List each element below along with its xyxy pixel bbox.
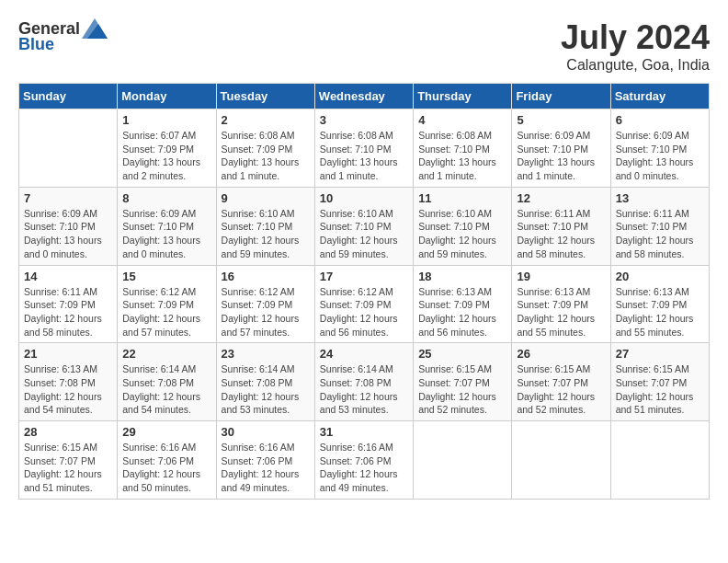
- day-number: 21: [24, 347, 112, 361]
- day-cell: 1Sunrise: 6:07 AMSunset: 7:09 PMDaylight…: [118, 109, 216, 188]
- day-cell: 21Sunrise: 6:13 AMSunset: 7:08 PMDayligh…: [19, 343, 118, 421]
- weekday-header-thursday: Thursday: [414, 84, 512, 109]
- day-cell: 12Sunrise: 6:11 AMSunset: 7:10 PMDayligh…: [512, 187, 610, 265]
- day-info: Sunrise: 6:09 AMSunset: 7:10 PMDaylight:…: [517, 129, 605, 183]
- day-info: Sunrise: 6:13 AMSunset: 7:08 PMDaylight:…: [24, 362, 112, 417]
- day-cell: 17Sunrise: 6:12 AMSunset: 7:09 PMDayligh…: [314, 265, 413, 343]
- day-number: 24: [320, 347, 408, 361]
- day-number: 5: [517, 113, 605, 127]
- day-info: Sunrise: 6:12 AMSunset: 7:09 PMDaylight:…: [320, 285, 408, 339]
- day-number: 2: [222, 113, 310, 127]
- day-cell: 16Sunrise: 6:12 AMSunset: 7:09 PMDayligh…: [216, 265, 314, 343]
- day-info: Sunrise: 6:12 AMSunset: 7:09 PMDaylight:…: [122, 285, 210, 339]
- day-info: Sunrise: 6:14 AMSunset: 7:08 PMDaylight:…: [222, 362, 310, 417]
- week-row-5: 28Sunrise: 6:15 AMSunset: 7:07 PMDayligh…: [19, 421, 710, 500]
- day-cell: 14Sunrise: 6:11 AMSunset: 7:09 PMDayligh…: [19, 265, 118, 343]
- day-cell: 13Sunrise: 6:11 AMSunset: 7:10 PMDayligh…: [610, 187, 709, 265]
- day-info: Sunrise: 6:13 AMSunset: 7:09 PMDaylight:…: [418, 285, 506, 339]
- day-number: 26: [517, 347, 605, 361]
- day-cell: 25Sunrise: 6:15 AMSunset: 7:07 PMDayligh…: [414, 343, 512, 421]
- day-number: 29: [122, 425, 210, 439]
- day-number: 11: [418, 191, 506, 205]
- logo: General Blue: [18, 18, 108, 54]
- weekday-header-wednesday: Wednesday: [314, 84, 413, 109]
- day-info: Sunrise: 6:10 AMSunset: 7:10 PMDaylight:…: [222, 207, 310, 261]
- day-number: 14: [24, 270, 112, 283]
- day-cell: 8Sunrise: 6:09 AMSunset: 7:10 PMDaylight…: [118, 187, 216, 265]
- calendar-body: 1Sunrise: 6:07 AMSunset: 7:09 PMDaylight…: [19, 109, 710, 500]
- week-row-4: 21Sunrise: 6:13 AMSunset: 7:08 PMDayligh…: [19, 343, 710, 421]
- day-info: Sunrise: 6:14 AMSunset: 7:08 PMDaylight:…: [122, 362, 210, 417]
- day-cell: [610, 421, 709, 500]
- day-info: Sunrise: 6:09 AMSunset: 7:10 PMDaylight:…: [122, 207, 210, 261]
- day-info: Sunrise: 6:08 AMSunset: 7:10 PMDaylight:…: [418, 129, 506, 183]
- month-year: July 2024: [561, 18, 710, 57]
- day-number: 23: [222, 347, 310, 361]
- day-info: Sunrise: 6:11 AMSunset: 7:10 PMDaylight:…: [616, 207, 704, 261]
- logo-icon: [82, 18, 108, 39]
- day-cell: 30Sunrise: 6:16 AMSunset: 7:06 PMDayligh…: [216, 421, 314, 500]
- day-number: 18: [418, 270, 506, 283]
- day-number: 22: [122, 347, 210, 361]
- day-cell: 22Sunrise: 6:14 AMSunset: 7:08 PMDayligh…: [118, 343, 216, 421]
- day-cell: 24Sunrise: 6:14 AMSunset: 7:08 PMDayligh…: [314, 343, 413, 421]
- weekday-header-row: SundayMondayTuesdayWednesdayThursdayFrid…: [19, 84, 710, 109]
- day-info: Sunrise: 6:11 AMSunset: 7:10 PMDaylight:…: [517, 207, 605, 261]
- day-number: 27: [616, 347, 704, 361]
- calendar: SundayMondayTuesdayWednesdayThursdayFrid…: [18, 83, 710, 500]
- day-number: 13: [616, 191, 704, 205]
- day-cell: 20Sunrise: 6:13 AMSunset: 7:09 PMDayligh…: [610, 265, 709, 343]
- day-number: 1: [122, 113, 210, 127]
- title-section: July 2024 Calangute, Goa, India: [561, 18, 710, 74]
- day-info: Sunrise: 6:09 AMSunset: 7:10 PMDaylight:…: [24, 207, 112, 261]
- day-cell: 31Sunrise: 6:16 AMSunset: 7:06 PMDayligh…: [314, 421, 413, 500]
- week-row-1: 1Sunrise: 6:07 AMSunset: 7:09 PMDaylight…: [19, 109, 710, 188]
- day-number: 7: [24, 191, 112, 205]
- day-info: Sunrise: 6:15 AMSunset: 7:07 PMDaylight:…: [24, 441, 112, 495]
- day-cell: 4Sunrise: 6:08 AMSunset: 7:10 PMDaylight…: [414, 109, 512, 188]
- day-cell: 9Sunrise: 6:10 AMSunset: 7:10 PMDaylight…: [216, 187, 314, 265]
- location: Calangute, Goa, India: [561, 57, 710, 74]
- day-number: 10: [320, 191, 408, 205]
- weekday-header-tuesday: Tuesday: [216, 84, 314, 109]
- day-cell: [19, 109, 118, 188]
- day-cell: 6Sunrise: 6:09 AMSunset: 7:10 PMDaylight…: [610, 109, 709, 188]
- day-cell: 28Sunrise: 6:15 AMSunset: 7:07 PMDayligh…: [19, 421, 118, 500]
- day-number: 4: [418, 113, 506, 127]
- day-number: 16: [222, 270, 310, 283]
- weekday-header-sunday: Sunday: [19, 84, 118, 109]
- day-info: Sunrise: 6:16 AMSunset: 7:06 PMDaylight:…: [222, 441, 310, 495]
- day-number: 19: [517, 270, 605, 283]
- day-cell: 3Sunrise: 6:08 AMSunset: 7:10 PMDaylight…: [314, 109, 413, 188]
- day-cell: 19Sunrise: 6:13 AMSunset: 7:09 PMDayligh…: [512, 265, 610, 343]
- day-info: Sunrise: 6:15 AMSunset: 7:07 PMDaylight:…: [616, 362, 704, 417]
- logo-blue-text: Blue: [18, 35, 54, 54]
- day-cell: 27Sunrise: 6:15 AMSunset: 7:07 PMDayligh…: [610, 343, 709, 421]
- day-cell: 7Sunrise: 6:09 AMSunset: 7:10 PMDaylight…: [19, 187, 118, 265]
- day-cell: [414, 421, 512, 500]
- day-info: Sunrise: 6:13 AMSunset: 7:09 PMDaylight:…: [616, 285, 704, 339]
- day-cell: 10Sunrise: 6:10 AMSunset: 7:10 PMDayligh…: [314, 187, 413, 265]
- day-number: 9: [222, 191, 310, 205]
- day-cell: 15Sunrise: 6:12 AMSunset: 7:09 PMDayligh…: [118, 265, 216, 343]
- weekday-header-friday: Friday: [512, 84, 610, 109]
- day-info: Sunrise: 6:09 AMSunset: 7:10 PMDaylight:…: [616, 129, 704, 183]
- day-cell: 11Sunrise: 6:10 AMSunset: 7:10 PMDayligh…: [414, 187, 512, 265]
- day-cell: 26Sunrise: 6:15 AMSunset: 7:07 PMDayligh…: [512, 343, 610, 421]
- day-number: 6: [616, 113, 704, 127]
- day-info: Sunrise: 6:07 AMSunset: 7:09 PMDaylight:…: [122, 129, 210, 183]
- day-info: Sunrise: 6:11 AMSunset: 7:09 PMDaylight:…: [24, 285, 112, 339]
- week-row-2: 7Sunrise: 6:09 AMSunset: 7:10 PMDaylight…: [19, 187, 710, 265]
- day-number: 20: [616, 270, 704, 283]
- day-info: Sunrise: 6:08 AMSunset: 7:09 PMDaylight:…: [222, 129, 310, 183]
- day-cell: 29Sunrise: 6:16 AMSunset: 7:06 PMDayligh…: [118, 421, 216, 500]
- day-cell: 23Sunrise: 6:14 AMSunset: 7:08 PMDayligh…: [216, 343, 314, 421]
- day-number: 25: [418, 347, 506, 361]
- day-cell: [512, 421, 610, 500]
- day-cell: 18Sunrise: 6:13 AMSunset: 7:09 PMDayligh…: [414, 265, 512, 343]
- day-cell: 5Sunrise: 6:09 AMSunset: 7:10 PMDaylight…: [512, 109, 610, 188]
- day-info: Sunrise: 6:08 AMSunset: 7:10 PMDaylight:…: [320, 129, 408, 183]
- weekday-header-saturday: Saturday: [610, 84, 709, 109]
- day-info: Sunrise: 6:12 AMSunset: 7:09 PMDaylight:…: [222, 285, 310, 339]
- day-number: 12: [517, 191, 605, 205]
